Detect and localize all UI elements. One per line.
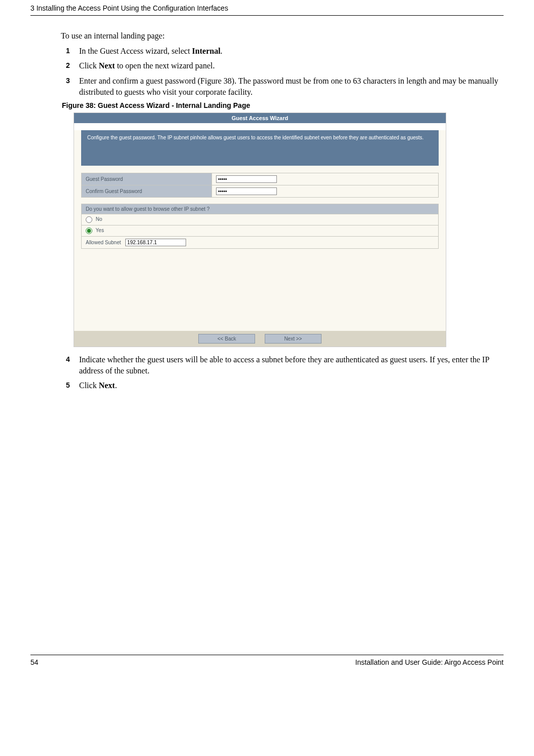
nav-bar: << Back Next >> [74, 331, 446, 347]
guest-password-label: Guest Password [82, 173, 212, 185]
step-number: 5 [66, 380, 79, 391]
steps-list-1: 1 In the Guest Access wizard, select Int… [66, 46, 504, 97]
wizard-body: Configure the guest password. The IP sub… [74, 130, 446, 347]
step-text: Click Next to open the next wizard panel… [79, 60, 504, 71]
wizard-screenshot: Guest Access Wizard Configure the guest … [74, 112, 446, 347]
browse-subnet-form: Do you want to allow guest to browse oth… [81, 204, 439, 249]
chapter-title: 3 Installing the Access Point Using the … [30, 4, 228, 12]
guest-password-input[interactable] [216, 175, 277, 183]
next-button[interactable]: Next >> [265, 334, 322, 344]
password-form: Guest Password Confirm Guest Password [81, 173, 439, 198]
wizard-title: Guest Access Wizard [74, 113, 446, 123]
step-2: 2 Click Next to open the next wizard pan… [66, 60, 504, 71]
empty-area [74, 255, 446, 331]
step-text: Indicate whether the guest users will be… [79, 354, 504, 376]
radio-yes-label: Yes [96, 228, 104, 233]
confirm-guest-password-input[interactable] [216, 187, 277, 195]
allowed-subnet-input[interactable] [125, 239, 186, 246]
radio-yes-row: Yes [82, 225, 439, 237]
radio-no-label: No [96, 216, 102, 222]
wizard-description: Configure the guest password. The IP sub… [81, 130, 439, 166]
intro-paragraph: To use an internal landing page: [61, 31, 504, 42]
back-button[interactable]: << Back [198, 334, 255, 344]
step-text: Click Next. [79, 380, 504, 391]
step-4: 4 Indicate whether the guest users will … [66, 354, 504, 376]
step-1: 1 In the Guest Access wizard, select Int… [66, 46, 504, 57]
page-footer: 54 Installation and User Guide: Airgo Ac… [30, 655, 504, 666]
step-5: 5 Click Next. [66, 380, 504, 391]
radio-yes[interactable] [86, 228, 92, 234]
step-number: 2 [66, 60, 79, 71]
radio-no-row: No [82, 214, 439, 225]
confirm-guest-password-label: Confirm Guest Password [82, 185, 212, 198]
allowed-subnet-row: Allowed Subnet [82, 237, 439, 249]
running-header: 3 Installing the Access Point Using the … [30, 0, 504, 16]
steps-list-2: 4 Indicate whether the guest users will … [66, 354, 504, 391]
step-number: 4 [66, 354, 79, 376]
allowed-subnet-label: Allowed Subnet [86, 240, 121, 245]
figure-caption: Figure 38: Guest Access Wizard - Interna… [62, 101, 504, 109]
step-3: 3 Enter and confirm a guest password (Fi… [66, 75, 504, 97]
guest-password-cell [212, 173, 439, 185]
step-number: 1 [66, 46, 79, 57]
confirm-guest-password-cell [212, 185, 439, 198]
page-number: 54 [30, 658, 39, 666]
footer-doc-title: Installation and User Guide: Airgo Acces… [355, 658, 504, 666]
radio-no[interactable] [86, 216, 92, 223]
step-text: In the Guest Access wizard, select Inter… [79, 46, 504, 57]
step-number: 3 [66, 75, 79, 97]
browse-question: Do you want to allow guest to browse oth… [82, 204, 439, 214]
step-text: Enter and confirm a guest password (Figu… [79, 75, 504, 97]
